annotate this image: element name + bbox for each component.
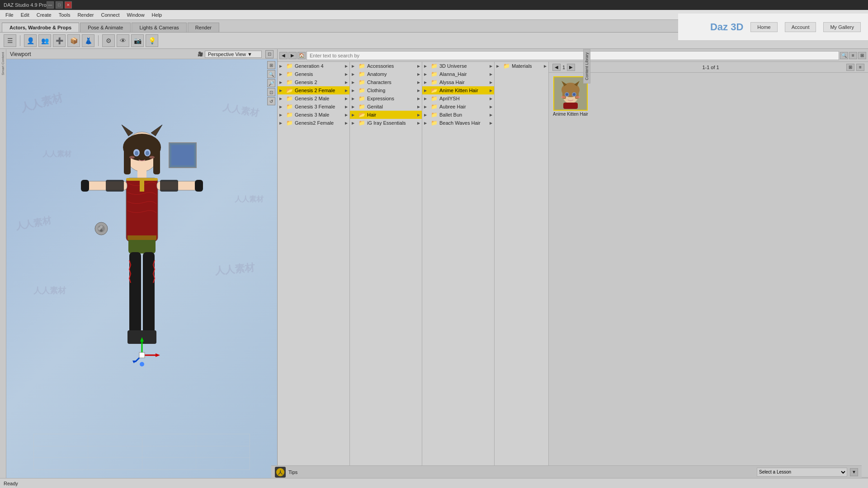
- settings-icon[interactable]: ⚙: [102, 34, 115, 47]
- tree-item-hair[interactable]: ▶ 📂 Hair ▶: [350, 111, 422, 119]
- search-input[interactable]: [307, 51, 839, 60]
- svg-rect-12: [137, 170, 146, 179]
- add-person-icon[interactable]: ➕: [53, 34, 66, 47]
- menu-render[interactable]: Render: [74, 11, 97, 19]
- tree-item-alyssa-hair[interactable]: ▶ 📁 Alyssa Hair ▶: [422, 78, 494, 86]
- tree-item-clothing[interactable]: ▶ 📁 Clothing ▶: [350, 86, 422, 94]
- tree-item-alanna-hair[interactable]: ▶ 📁 Alanna_Hair ▶: [422, 70, 494, 78]
- ground-grid: [33, 434, 250, 470]
- tips-settings-button[interactable]: ▼: [850, 468, 858, 476]
- menu-create[interactable]: Create: [33, 11, 55, 19]
- props-icon[interactable]: 📦: [67, 34, 80, 47]
- tree-item-genesis2[interactable]: ▶ 📁 Genesis 2 ▶: [278, 78, 349, 86]
- gallery-button[interactable]: My Gallery: [823, 22, 861, 32]
- right-arrow-icon: ▶: [345, 105, 348, 109]
- zoom-fit-icon[interactable]: ⊞: [267, 61, 275, 69]
- menu-tools[interactable]: Tools: [55, 11, 74, 19]
- light-icon[interactable]: 💡: [146, 34, 158, 47]
- daz-logo-area: Daz 3D Home Account My Gallery: [678, 14, 868, 41]
- menu-file[interactable]: File: [2, 11, 17, 19]
- page-prev-button[interactable]: ◀: [552, 64, 561, 71]
- tree-item-beach-waves-hair[interactable]: ▶ 📁 Beach Waves Hair ▶: [422, 119, 494, 127]
- viewport-header: Viewport 🎥 Perspective View ▼ ⊡: [6, 49, 277, 59]
- view-grid-button[interactable]: ⊞: [858, 52, 866, 59]
- tree-item-characters[interactable]: ▶ 📁 Characters ▶: [350, 78, 422, 86]
- viewport-maximize-icon[interactable]: ⊡: [265, 50, 274, 58]
- svg-point-40: [98, 227, 101, 230]
- tree-item-ballet-bun[interactable]: ▶ 📁 Ballet Bun ▶: [422, 111, 494, 119]
- search-button[interactable]: 🔍: [840, 52, 848, 59]
- expand-icon: ▶: [352, 97, 356, 101]
- tree-item-aubree-hair[interactable]: ▶ 📁 Aubree Hair ▶: [422, 103, 494, 111]
- tree-item-anime-kitten-hair[interactable]: ▶ 📂 Anime Kitten Hair ▶: [422, 86, 494, 94]
- reset-view-icon[interactable]: ↺: [267, 97, 275, 105]
- view-list-button[interactable]: ≡: [849, 52, 857, 59]
- page-next-button[interactable]: ▶: [567, 64, 575, 71]
- pagination-info: 1-1 of 1: [702, 65, 719, 70]
- tree-item-gen4[interactable]: ▶ 📁 Generation 4 ▶: [278, 62, 349, 70]
- frame-icon[interactable]: ⊡: [267, 88, 275, 96]
- group-icon[interactable]: 👥: [38, 34, 51, 47]
- status-text: Ready: [4, 481, 18, 486]
- zoom-in-icon[interactable]: 🔍: [267, 70, 275, 78]
- view-options-button[interactable]: ⊞: [846, 64, 854, 71]
- tree-item-expressions[interactable]: ▶ 📁 Expressions ▶: [350, 94, 422, 103]
- right-arrow-icon: ▶: [345, 121, 348, 125]
- thumbnail-svg: [554, 77, 587, 110]
- nav-home-button[interactable]: 🏠: [297, 52, 306, 59]
- tree-item-aprilysh[interactable]: ▶ 📁 AprilYSH ▶: [422, 94, 494, 103]
- close-button[interactable]: ✕: [65, 1, 72, 9]
- tree-item-genesis2f2[interactable]: ▶ 📁 Genesis2 Female ▶: [278, 119, 349, 127]
- tab-render[interactable]: Render: [188, 23, 219, 32]
- viewport-canvas[interactable]: 人人素材 人人素材 人人素材 人人素材 人人素材 人人素材 人人素材: [6, 59, 277, 488]
- tree-col-1: ▶ 📁 Generation 4 ▶ ▶ 📁 Genesis ▶ ▶ 📁 Gen…: [278, 62, 350, 488]
- expand-icon: ▶: [279, 105, 284, 109]
- camera-icon[interactable]: 📷: [131, 34, 144, 47]
- folder-icon: 📁: [430, 103, 438, 110]
- svg-rect-24: [129, 252, 141, 333]
- account-button[interactable]: Account: [785, 22, 816, 32]
- home-button[interactable]: Home: [750, 22, 777, 32]
- smart-content-icon[interactable]: ☰: [4, 34, 16, 47]
- wardrobe-icon[interactable]: 👗: [82, 34, 94, 47]
- thumbnail-image: [553, 76, 588, 111]
- tab-actors[interactable]: Actors, Wardrobe & Props: [2, 23, 79, 32]
- eye-icon[interactable]: 👁: [117, 34, 129, 47]
- tree-item-genesis3m[interactable]: ▶ 📁 Genesis 3 Male ▶: [278, 111, 349, 119]
- tree-item-genesis2m[interactable]: ▶ 📁 Genesis 2 Male ▶: [278, 94, 349, 103]
- right-arrow-icon: ▶: [417, 80, 420, 84]
- tree-item-genital[interactable]: ▶ 📁 Genital ▶: [350, 103, 422, 111]
- tree-item-anatomy[interactable]: ▶ 📁 Anatomy ▶: [350, 70, 422, 78]
- expand-icon: ▶: [424, 105, 429, 109]
- svg-rect-34: [139, 352, 145, 358]
- smart-content-tab[interactable]: Smart Content: [0, 49, 6, 78]
- lesson-select[interactable]: Select a Lesson: [757, 468, 847, 477]
- tree-item-materials[interactable]: ▶ 📁 Materials ▶: [495, 62, 548, 70]
- view-list-button2[interactable]: ≡: [856, 64, 864, 71]
- tree-item-iray[interactable]: ▶ 📁 iG Iray Essentials ▶: [350, 119, 422, 127]
- menu-edit[interactable]: Edit: [17, 11, 33, 19]
- tree-item-accessories[interactable]: ▶ 📁 Accessories ▶: [350, 62, 422, 70]
- expand-icon: ▶: [424, 80, 429, 84]
- menu-help[interactable]: Help: [148, 11, 166, 19]
- camera-dropdown[interactable]: Perspective View ▼: [205, 51, 262, 58]
- tree-item-genesis3f[interactable]: ▶ 📁 Genesis 3 Female ▶: [278, 103, 349, 111]
- right-arrow-icon: ▶: [490, 121, 492, 125]
- menu-connect[interactable]: Connect: [98, 11, 123, 19]
- tree-item-3duniverse[interactable]: ▶ 📁 3D Universe ▶: [422, 62, 494, 70]
- tab-lights[interactable]: Lights & Cameras: [132, 23, 186, 32]
- folder-open-icon: 📂: [358, 112, 365, 118]
- menu-window[interactable]: Window: [123, 11, 148, 19]
- zoom-out-icon[interactable]: 🔎: [267, 79, 275, 87]
- maximize-button[interactable]: □: [56, 1, 63, 9]
- tree-item-genesis[interactable]: ▶ 📁 Genesis ▶: [278, 70, 349, 78]
- minimize-button[interactable]: —: [47, 1, 54, 9]
- tree-item-genesis2f[interactable]: ▶ 📂 Genesis 2 Female ▶: [278, 86, 349, 94]
- tab-pose[interactable]: Pose & Animate: [80, 23, 131, 32]
- viewport-container: Viewport 🎥 Perspective View ▼ ⊡ 人人素材 人人素…: [6, 49, 278, 488]
- nav-back-button[interactable]: ◀: [279, 52, 288, 59]
- person-icon[interactable]: 👤: [24, 34, 37, 47]
- nav-fwd-button[interactable]: ▶: [288, 52, 297, 59]
- left-panel: Smart Content: [0, 49, 6, 488]
- svg-rect-43: [171, 145, 194, 165]
